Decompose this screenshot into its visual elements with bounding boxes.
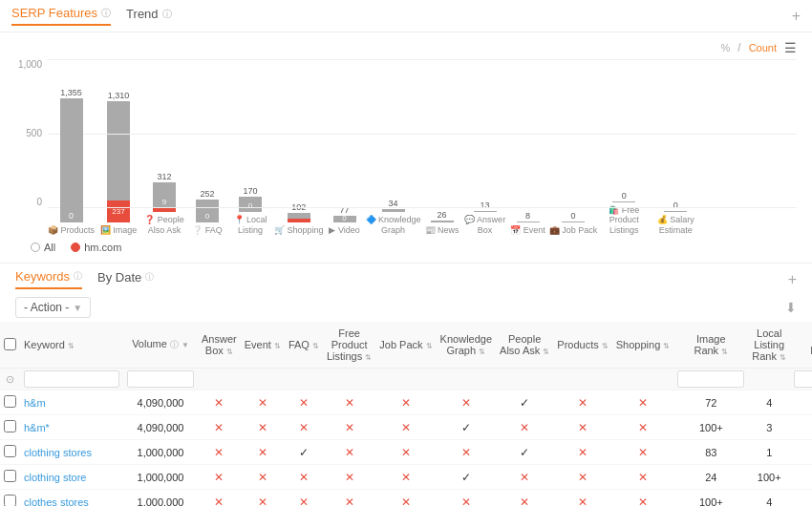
legend-hm[interactable]: hm.com xyxy=(71,242,121,253)
row-checkbox[interactable] xyxy=(4,495,16,506)
x-mark: ✕ xyxy=(520,421,529,434)
x-mark: ✕ xyxy=(258,396,267,410)
table-cell: 100+ xyxy=(748,465,790,490)
filter-volume-input[interactable] xyxy=(127,370,194,388)
sort-icon-llr: ⇅ xyxy=(780,353,786,362)
x-mark: ✕ xyxy=(520,495,529,507)
y-axis-label-0: 0 xyxy=(36,197,42,207)
sort-icon-image-rank: ⇅ xyxy=(721,348,728,356)
check-mark: ✓ xyxy=(461,471,471,484)
download-button[interactable]: ⬇ xyxy=(785,300,797,315)
x-mark: ✕ xyxy=(578,446,588,459)
table-filter-row: ⊙ xyxy=(0,369,812,390)
col-products[interactable]: Products ⇅ xyxy=(553,322,611,369)
y-axis-label-1000: 1,000 xyxy=(18,59,42,70)
table-cell: 72 xyxy=(673,390,748,415)
table-row: clothes stores1,000,000✕✕✕✕✕✕✕✕✕100+4100… xyxy=(0,490,812,507)
table-cell: 4,090,000 xyxy=(123,390,198,415)
sort-icon-paa: ⇅ xyxy=(543,348,549,356)
bar-chart: 1,355 0 📦 Products 1,310 237 🖼️ Image xyxy=(48,88,797,236)
col-faq[interactable]: FAQ ⇅ xyxy=(285,322,323,369)
tab-serp-features[interactable]: SERP Features ⓘ xyxy=(11,6,111,26)
row-checkbox[interactable] xyxy=(4,420,16,432)
table-cell: 100+ xyxy=(673,415,748,440)
keyword-link[interactable]: h&m* xyxy=(24,422,50,433)
x-mark: ✕ xyxy=(638,446,648,459)
select-all-checkbox-col[interactable] xyxy=(0,322,20,369)
keywords-table: Keyword ⇅ Volume ⓘ ▼ AnswerBox ⇅ Event ⇅… xyxy=(0,322,812,506)
filter-volume-col[interactable] xyxy=(123,369,198,390)
col-job-pack[interactable]: Job Pack ⇅ xyxy=(375,322,436,369)
x-mark: ✕ xyxy=(461,495,471,507)
sort-icon-event: ⇅ xyxy=(274,342,281,350)
tab-keywords-label: Keywords xyxy=(15,269,70,284)
count-toggle[interactable]: Count xyxy=(749,42,777,53)
table-cell: 24 xyxy=(673,465,748,490)
x-mark: ✕ xyxy=(345,446,354,459)
x-mark: ✕ xyxy=(299,495,309,507)
add-keyword-tab-button[interactable]: + xyxy=(788,271,797,288)
col-shopping[interactable]: Shopping ⇅ xyxy=(612,322,674,369)
col-knowledge-graph[interactable]: KnowledgeGraph ⇅ xyxy=(437,322,496,369)
percent-toggle[interactable]: % xyxy=(721,42,731,53)
x-mark: ✕ xyxy=(299,396,309,410)
filter-image-rank-input[interactable] xyxy=(677,370,744,388)
x-mark: ✕ xyxy=(578,396,588,410)
col-news-rank[interactable]: NewsRank ⇅ xyxy=(790,322,812,369)
legend-all-dot xyxy=(31,242,40,252)
col-event[interactable]: Event ⇅ xyxy=(241,322,285,369)
info-icon-by-date: ⓘ xyxy=(145,271,154,284)
table-cell: 1 xyxy=(748,440,790,465)
sort-icon-fpl: ⇅ xyxy=(365,353,372,362)
row-checkbox[interactable] xyxy=(4,445,16,457)
check-mark: ✓ xyxy=(461,421,471,434)
filter-keyword-input[interactable] xyxy=(24,370,119,388)
table-row: h&m4,090,000✕✕✕✕✕✕✓✕✕7245100+100+ xyxy=(0,390,812,415)
x-mark: ✕ xyxy=(345,471,354,484)
row-checkbox[interactable] xyxy=(4,395,16,408)
x-mark: ✕ xyxy=(258,446,267,459)
col-volume[interactable]: Volume ⓘ ▼ xyxy=(123,322,198,369)
check-mark: ✓ xyxy=(520,446,529,459)
tab-keywords[interactable]: Keywords ⓘ xyxy=(15,269,82,289)
sort-icon-volume: ▼ xyxy=(182,341,189,349)
col-free-product-listings[interactable]: FreeProductListings ⇅ xyxy=(323,322,375,369)
x-mark: ✕ xyxy=(638,471,648,484)
keyword-link[interactable]: h&m xyxy=(24,397,46,409)
x-mark: ✕ xyxy=(258,471,267,484)
filter-news-rank-input[interactable] xyxy=(794,370,812,388)
table-cell: 1,000,000 xyxy=(123,490,198,507)
action-bar: - Action - ▼ ⬇ xyxy=(0,293,812,322)
col-image-rank[interactable]: ImageRank ⇅ xyxy=(673,322,748,369)
keyword-link[interactable]: clothing stores xyxy=(24,447,92,458)
x-mark: ✕ xyxy=(345,421,354,434)
filter-news-rank-col[interactable] xyxy=(790,369,812,390)
keyword-link[interactable]: clothes stores xyxy=(24,496,89,507)
x-mark: ✕ xyxy=(520,471,529,484)
filter-keyword-col[interactable] xyxy=(20,369,123,390)
col-keyword[interactable]: Keyword ⇅ xyxy=(20,322,123,369)
bar-salary-estimate: 0 💰 SalaryEstimate xyxy=(651,200,700,236)
col-local-listing-rank[interactable]: LocalListingRank ⇅ xyxy=(748,322,790,369)
table-row: clothing stores1,000,000✕✕✓✕✕✕✓✕✕8312910… xyxy=(0,440,812,465)
tab-trend[interactable]: Trend ⓘ xyxy=(126,6,171,26)
tab-by-date-label: By Date xyxy=(97,270,141,285)
add-tab-button[interactable]: + xyxy=(792,8,801,25)
sort-icon-shopping: ⇅ xyxy=(663,342,670,350)
bar-answer-box: 13 💬 AnswerBox xyxy=(463,200,507,236)
table-header-row: Keyword ⇅ Volume ⓘ ▼ AnswerBox ⇅ Event ⇅… xyxy=(0,322,812,369)
action-dropdown[interactable]: - Action - ▼ xyxy=(15,297,91,318)
col-people-also-ask[interactable]: PeopleAlso Ask ⇅ xyxy=(496,322,553,369)
table-cell: 100+ xyxy=(790,415,812,440)
legend-all[interactable]: All xyxy=(31,242,55,253)
chart-menu-icon[interactable]: ☰ xyxy=(784,40,797,55)
tab-by-date[interactable]: By Date ⓘ xyxy=(97,270,154,288)
filter-image-rank-col[interactable] xyxy=(673,369,748,390)
col-answer-box[interactable]: AnswerBox ⇅ xyxy=(198,322,241,369)
info-icon-serp: ⓘ xyxy=(101,7,111,20)
keyword-link[interactable]: clothing store xyxy=(24,472,86,483)
x-mark: ✕ xyxy=(401,446,411,459)
select-all-checkbox[interactable] xyxy=(4,338,16,350)
row-checkbox[interactable] xyxy=(4,470,16,482)
table-cell: 4 xyxy=(748,490,790,507)
